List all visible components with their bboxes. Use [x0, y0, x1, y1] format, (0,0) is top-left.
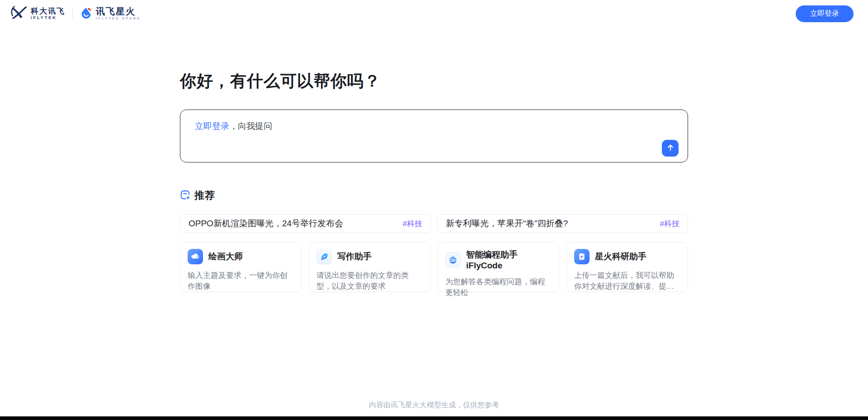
assistant-desc: 为您解答各类编程问题，编程更轻松 — [445, 277, 552, 298]
send-button[interactable] — [662, 140, 679, 157]
assistant-card-writing[interactable]: 写作助手 请说出您要创作的文章的类型，以及文章的要求 — [309, 242, 430, 292]
pen-nib-icon — [316, 249, 332, 264]
assistant-desc: 输入主题及要求，一键为你创作图像 — [188, 270, 294, 292]
assistant-card-research[interactable]: 星火科研助手 上传一篇文献后，我可以帮助你对文献进行深度解读、提炼，提升科研..… — [566, 242, 688, 292]
spark-brand-en: IFLYTEK SPARK — [96, 16, 141, 20]
assistant-title: 绘画大师 — [208, 251, 243, 262]
spark-brand-cn: 讯飞星火 — [96, 7, 141, 16]
arrow-up-icon — [666, 143, 675, 153]
paint-cloud-icon — [188, 249, 203, 264]
suggestion-text: 新专利曝光，苹果开“卷”四折叠? — [446, 218, 568, 229]
recommend-title: 推荐 — [194, 189, 215, 202]
suggestion-tag: #科技 — [660, 219, 679, 229]
robot-icon — [445, 252, 461, 267]
suggestion-tag: #科技 — [403, 219, 422, 229]
assistant-card-coding[interactable]: 智能编程助手iFlyCode 为您解答各类编程问题，编程更轻松 — [438, 242, 559, 292]
assistant-card-painting[interactable]: 绘画大师 输入主题及要求，一键为你创作图像 — [180, 242, 302, 292]
assistant-title: 写作助手 — [337, 251, 372, 262]
assistant-title: 星火科研助手 — [595, 251, 646, 262]
brand-logos: 科大讯飞 iFLYTEK 讯飞星火 IFLYTEK SPARK — [11, 5, 141, 22]
login-button[interactable]: 立即登录 — [796, 5, 854, 22]
iflytek-brand-cn: 科大讯飞 — [31, 7, 65, 15]
bottom-black-bar — [0, 416, 868, 420]
prompt-placeholder-rest: ，向我提问 — [229, 121, 272, 131]
document-icon — [574, 249, 590, 264]
assistant-row: 绘画大师 输入主题及要求，一键为你创作图像 — [180, 242, 688, 292]
iflytek-brand-en: iFLYTEK — [31, 15, 65, 20]
suggestion-row: OPPO新机渲染图曝光，24号举行发布会 #科技 新专利曝光，苹果开“卷”四折叠… — [180, 214, 688, 233]
iflytek-logo-icon — [11, 5, 28, 22]
assistant-desc: 请说出您要创作的文章的类型，以及文章的要求 — [316, 270, 423, 292]
spark-flame-icon — [80, 6, 93, 21]
recommend-header: 推荐 — [180, 189, 688, 202]
disclaimer-text: 内容由讯飞星火大模型生成，仅供您参考 — [0, 401, 868, 410]
composer-login-link[interactable]: 立即登录 — [195, 121, 229, 131]
assistant-title: 智能编程助手iFlyCode — [466, 249, 552, 271]
suggestion-text: OPPO新机渲染图曝光，24号举行发布会 — [189, 218, 343, 229]
suggestion-card[interactable]: OPPO新机渲染图曝光，24号举行发布会 #科技 — [180, 214, 431, 233]
prompt-input-box[interactable]: 立即登录，向我提问 — [180, 110, 688, 162]
brand-divider — [72, 8, 73, 19]
main-content: 你好，有什么可以帮你吗？ 立即登录，向我提问 推荐 OPPO新机渲染图曝光，24… — [180, 70, 688, 292]
prompt-placeholder: 立即登录，向我提问 — [195, 120, 656, 132]
top-bar: 科大讯飞 iFLYTEK 讯飞星火 IFLYTEK SPARK 立即登录 — [0, 0, 868, 27]
greeting-heading: 你好，有什么可以帮你吗？ — [180, 70, 688, 92]
suggestion-card[interactable]: 新专利曝光，苹果开“卷”四折叠? #科技 — [437, 214, 688, 233]
recommend-sparkle-icon — [180, 190, 190, 202]
assistant-desc: 上传一篇文献后，我可以帮助你对文献进行深度解读、提炼，提升科研... — [574, 270, 680, 292]
